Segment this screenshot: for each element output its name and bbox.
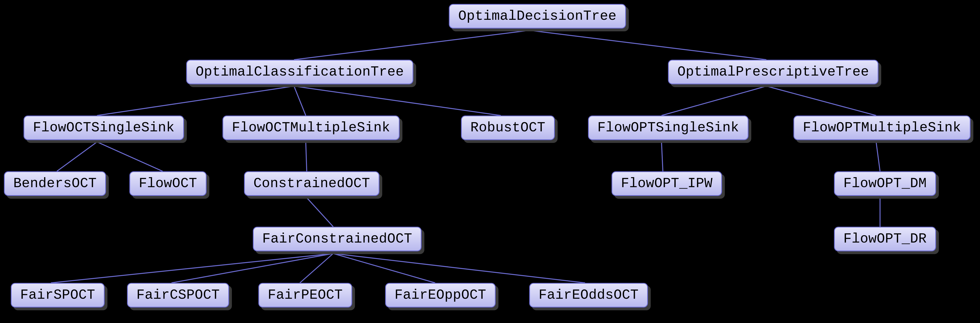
svg-line-2 [97, 86, 294, 116]
node-benders-oct: BendersOCT [4, 171, 106, 196]
node-flowopt-multiple-sink: FlowOPTMultipleSink [794, 116, 970, 140]
node-robust-oct: RobustOCT [461, 116, 555, 140]
svg-line-7 [57, 142, 97, 171]
svg-line-17 [333, 253, 435, 283]
node-constrained-oct: ConstrainedOCT [244, 171, 379, 196]
svg-line-10 [662, 142, 663, 171]
edge-layer [0, 0, 980, 323]
node-flow-oct: FlowOCT [129, 171, 207, 196]
node-fair-sp-oct: FairSPOCT [11, 283, 105, 307]
svg-line-0 [294, 30, 530, 60]
svg-line-9 [306, 142, 307, 171]
svg-line-14 [51, 253, 333, 283]
svg-line-5 [662, 86, 766, 116]
node-fair-pe-oct: FairPEOCT [258, 283, 352, 307]
svg-line-6 [766, 86, 876, 116]
node-optimal-classification-tree: OptimalClassificationTree [186, 60, 414, 84]
svg-line-16 [300, 253, 333, 283]
svg-line-8 [97, 142, 163, 171]
node-flowopt-single-sink: FlowOPTSingleSink [588, 116, 749, 140]
node-fair-eodds-oct: FairEOddsOCT [529, 283, 648, 307]
svg-line-3 [294, 86, 306, 116]
svg-line-15 [172, 253, 333, 283]
svg-line-12 [307, 198, 333, 227]
node-flowopt-dm: FlowOPT_DM [834, 171, 936, 196]
node-flowoct-single-sink: FlowOCTSingleSink [24, 116, 184, 140]
node-optimal-prescriptive-tree: OptimalPrescriptiveTree [668, 60, 878, 84]
node-flowoct-multiple-sink: FlowOCTMultipleSink [223, 116, 399, 140]
node-fair-csp-oct: FairCSPOCT [127, 283, 229, 307]
node-flowopt-ipw: FlowOPT_IPW [611, 171, 722, 196]
svg-line-11 [876, 142, 880, 171]
node-optimal-decision-tree: OptimalDecisionTree [449, 4, 626, 28]
node-fair-constrained-oct: FairConstrainedOCT [253, 227, 422, 251]
node-flowopt-dr: FlowOPT_DR [834, 227, 936, 251]
svg-line-18 [333, 253, 585, 283]
svg-line-4 [294, 86, 501, 116]
node-fair-eopp-oct: FairEOppOCT [385, 283, 496, 307]
svg-line-1 [530, 30, 766, 60]
